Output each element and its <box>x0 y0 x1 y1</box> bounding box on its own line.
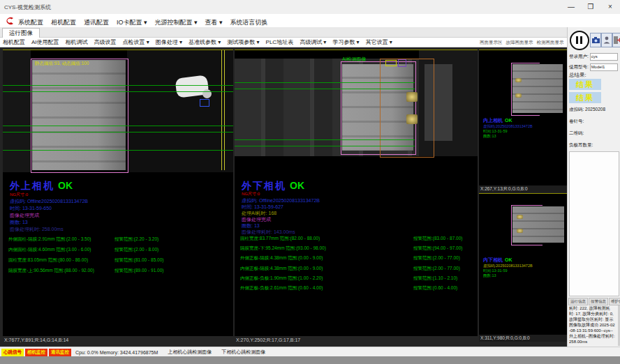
menu-bar: 系统配置相机配置通讯配置IO卡配置 ▾光源控制配置 ▾查看 ▾系统语言切换 <box>0 14 620 28</box>
ng-size-label: NG尺寸:0 <box>242 191 320 197</box>
measurement-value: 外侧圆柱-隔膜:2.91mm 范围:(2.00 - 3.50) <box>8 234 115 244</box>
threshold-overlay-text: 静态阈值:93, 动态阈值:100 <box>35 61 89 67</box>
menu-item-2[interactable]: 通讯配置 <box>84 19 109 26</box>
maximize-button[interactable]: ❒ <box>581 0 600 14</box>
robot-arm-joint <box>202 89 212 98</box>
lower-cam-heartbeat-link[interactable]: 下相机心跳检测图像 <box>221 349 265 356</box>
log-tab-2[interactable]: 维护信息 <box>609 298 620 305</box>
toolbar-item-10[interactable]: 学习参数 ▾ <box>332 38 359 46</box>
status-badge-1: 相机监控 <box>25 349 47 356</box>
mini-info-line: 圈数:13 <box>483 134 533 139</box>
exit-button[interactable] <box>612 33 620 47</box>
toolbar-item-0[interactable]: 相机配置 <box>3 38 25 46</box>
camera-view-inner-upper[interactable]: 内上相机OK 虚拟码:2025020813313472B时间:13-31-59圈… <box>479 50 567 185</box>
total-result-label: 总结果: <box>569 72 586 79</box>
camera-tool-button[interactable] <box>590 33 601 47</box>
log-tab-1[interactable]: 报警信息 <box>589 298 608 305</box>
roi-rect <box>511 63 540 116</box>
login-user-label: 登录用户: <box>569 54 589 59</box>
window-controls: — ❒ × <box>561 0 620 14</box>
mini-info-line: 虚拟码:2025020813313472B <box>483 264 533 268</box>
ng-size-label: NG尺寸:0 <box>10 191 88 198</box>
toolbar-item-8[interactable]: PLC地址表 <box>266 38 294 46</box>
app-logo-icon <box>4 16 15 26</box>
menu-item-5[interactable]: 查看 ▾ <box>205 19 223 26</box>
toolbar-item-4[interactable]: 点检设置 ▾ <box>123 38 149 46</box>
toolbar-item-6[interactable]: 基准线参数 ▾ <box>189 38 221 46</box>
virtual-code: 虚拟码: Offline2025020813313472B <box>10 198 88 205</box>
camera-info-block: 外上相机OK NG尺寸:0 虚拟码: Offline20250208133134… <box>10 180 88 233</box>
timestamp: 时间: 13-31-59-650 <box>10 205 88 212</box>
window-title: CYS-视觉检测系统 <box>4 3 51 11</box>
login-user-value[interactable]: cys <box>590 53 618 61</box>
display-area-header: 画面显示区 故障画面显示 检测画面显示 <box>480 40 566 46</box>
virtual-code: 虚拟码: Offline2025020813313472B <box>242 197 320 204</box>
turn-count: 圈数: 13 <box>242 222 320 229</box>
measurement-row: 内侧正极-负极:1.90mm 范围:(1.00 - 2.20)报警范围:(1.1… <box>240 273 462 283</box>
user-tool-button[interactable] <box>601 33 612 47</box>
window-footer <box>0 356 620 364</box>
measurement-row: 内侧正极-隔膜:4.38mm 范围:(0.00 - 9.00)报警范围:(2.0… <box>240 264 462 273</box>
roi-rect <box>31 59 128 173</box>
info-value: 20250208 <box>584 107 605 112</box>
toolbar-item-1[interactable]: AI使用配置 <box>31 38 59 46</box>
menu-item-1[interactable]: 相机配置 <box>51 19 76 26</box>
yellow-guide-line <box>224 50 225 170</box>
tab-highlight <box>517 215 523 219</box>
alarm-range: 报警范围:(89.00 - 91.00) <box>115 265 163 275</box>
measure-line <box>3 150 233 151</box>
camera-view-outer-upper[interactable]: 静态阈值:93, 动态阈值:100 外上相机OK NG尺寸:0 虚拟码: Off… <box>3 50 233 336</box>
measurement-row: 隔膜宽度-上:90.56mm 范围:(88.00 - 92.00)报警范围:(8… <box>8 265 163 275</box>
tab-highlight <box>406 92 418 102</box>
toolbar-item-5[interactable]: 图像处理 ▾ <box>156 38 182 46</box>
menu-item-4[interactable]: 光源控制配置 ▾ <box>155 19 198 26</box>
info-label: 虚拟码: <box>569 107 584 112</box>
measure-line <box>235 89 415 89</box>
status-ok: OK <box>290 180 304 191</box>
cpu-memory-text: Cpu: 0.0% Memory: 3424.41796875M <box>75 350 158 355</box>
model-value[interactable]: Model1 <box>590 63 618 71</box>
alarm-range: 报警范围:(94.00 - 97.00) <box>413 243 462 253</box>
status-badge-2: 通讯监控 <box>49 349 71 356</box>
toolbar-item-9[interactable]: 高级调试 ▾ <box>300 38 326 46</box>
fault-display-label[interactable]: 故障画面显示 <box>506 40 533 46</box>
cursor-coords-center: X:270,Y:2502;R:17,G:17,B:17 <box>236 338 300 342</box>
toolbar-item-2[interactable]: 相机调试 <box>66 38 88 46</box>
alarm-range: 报警范围:(2.20 - 3.20) <box>115 234 158 244</box>
toolbar-item-3[interactable]: 高级设置 <box>94 38 117 46</box>
result-badge-2: 结果 <box>569 92 601 103</box>
upper-cam-heartbeat-link[interactable]: 上相机心跳检测图像 <box>168 349 212 356</box>
camera-info-block: 外下相机OK NG尺寸:0 虚拟码: Offline20250208133134… <box>242 180 320 235</box>
menu-item-6[interactable]: 系统语言切换 <box>230 19 268 26</box>
mini-view-column: 内上相机OK 虚拟码:2025020813313472B时间:13-31-59圈… <box>479 50 567 345</box>
close-button[interactable]: × <box>600 0 620 14</box>
measure-line <box>3 126 233 126</box>
result-list-area[interactable] <box>569 151 619 296</box>
measure-line <box>235 146 415 146</box>
measure-line <box>235 82 415 83</box>
camera-view-outer-lower[interactable]: AI检测图像 外下相机OK NG尺寸:0 虚拟码: Offline2025020… <box>235 50 478 336</box>
pause-button[interactable] <box>570 31 589 50</box>
tab-run-image[interactable]: 运行图像 <box>2 28 40 38</box>
toolbar-item-11[interactable]: 其它设置 ▾ <box>366 38 392 46</box>
menu-item-0[interactable]: 系统配置 <box>18 19 43 26</box>
info-field-1: 卷针号: <box>569 119 584 125</box>
measurement-row: 外侧圆柱-隔膜:2.91mm 范围:(2.00 - 3.50)报警范围:(2.2… <box>8 234 163 244</box>
measurement-value: 外侧正极-负极:2.61mm 范围:(0.60 - 4.00) <box>240 283 413 293</box>
log-tab-0[interactable]: 运行信息 <box>568 298 588 305</box>
measurement-list: 外侧圆柱-隔膜:2.91mm 范围:(2.00 - 3.50)报警范围:(2.2… <box>8 234 163 275</box>
measurement-value: 内侧正极-负极:1.90mm 范围:(1.00 - 2.20) <box>240 273 413 283</box>
app-window: CYS-视觉检测系统 — ❒ × 系统配置相机配置通讯配置IO卡配置 ▾光源控制… <box>0 0 620 364</box>
measurement-row: 圆柱宽度:83.77mm 范围:(82.00 - 88.00)报警范围:(83.… <box>240 234 462 243</box>
info-field-2: 二维码: <box>569 130 584 137</box>
result-badge-1: 结果 <box>569 79 601 90</box>
mini-info-line: 时间:13-31-59 <box>483 129 533 134</box>
turn-count: 圈数: 13 <box>10 219 88 226</box>
camera-view-inner-lower[interactable]: 内下相机OK 虚拟码:2025020813313472B时间:13-31-59圈… <box>479 193 567 335</box>
menu-item-3[interactable]: IO卡配置 ▾ <box>117 19 147 26</box>
detect-display-label[interactable]: 检测画面显示 <box>537 40 564 46</box>
log-text: 耗时: 222, 故障检测耗时: 17, 故障分类耗时: 0, 故障提取分区耗时… <box>569 305 615 346</box>
minimize-button[interactable]: — <box>561 0 581 14</box>
toolbar-item-7[interactable]: 测试项参数 ▾ <box>227 38 259 46</box>
menu-items: 系统配置相机配置通讯配置IO卡配置 ▾光源控制配置 ▾查看 ▾系统语言切换 <box>18 15 276 27</box>
